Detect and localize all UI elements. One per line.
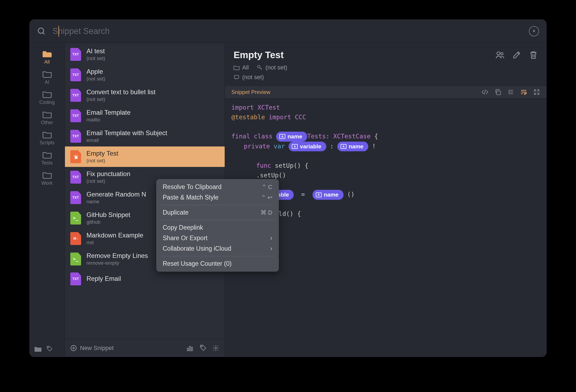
folder-icon: [234, 65, 240, 71]
sidebar-item-work[interactable]: Work: [29, 168, 65, 188]
svg-point-3: [48, 347, 49, 348]
type: CCC: [295, 114, 306, 121]
tag-icon[interactable]: [199, 345, 206, 352]
snippet-item-selected[interactable]: Empty Test(not set): [65, 146, 225, 167]
search-bar: [29, 19, 547, 43]
folder-icon: [43, 50, 52, 58]
svg-rect-8: [189, 346, 190, 351]
svg-point-0: [38, 28, 44, 33]
ctx-resolve-clipboard[interactable]: Resolve To Clipboard⌃ C: [156, 182, 279, 192]
snippet-item[interactable]: TXT Reply Email: [65, 269, 225, 289]
new-snippet-label: New Snippet: [80, 345, 114, 352]
detail-note-label: (not set): [242, 74, 264, 81]
snippet-item[interactable]: TXT Email Template with Subjectemail: [65, 126, 225, 146]
detail-keyword[interactable]: (not set): [257, 64, 287, 71]
detail-keyword-label: (not set): [265, 64, 287, 71]
chevron-right-icon: ›: [270, 234, 272, 242]
kw: private: [244, 143, 270, 150]
snippet-title: Convert text to bullet list: [86, 88, 155, 96]
file-txt-icon: TXT: [70, 109, 81, 122]
snippet-sub: remove-empty: [86, 260, 148, 266]
indent-icon[interactable]: [507, 89, 514, 96]
main-area: All AI Coding Other Scripts Tests: [29, 43, 547, 357]
edit-icon[interactable]: [512, 50, 521, 60]
ctx-separator: [161, 256, 275, 256]
snippet-sub: (not set): [86, 158, 118, 164]
sidebar-label: Work: [41, 180, 53, 186]
file-txt-icon: TXT: [70, 171, 81, 184]
ctx-separator: [161, 220, 275, 220]
svg-line-1: [43, 32, 44, 34]
tag-small-icon[interactable]: [46, 346, 53, 352]
snippet-sub: email: [86, 137, 167, 143]
file-md-icon: M↓: [70, 232, 81, 245]
snippet-sub: (not set): [86, 178, 130, 184]
plus-circle-icon: [70, 345, 77, 351]
kw: import: [269, 114, 291, 121]
snippet-sub: name: [86, 199, 146, 205]
ctx-share-export[interactable]: Share Or Export›: [156, 233, 279, 243]
kw: var: [274, 143, 285, 150]
snippet-sub: (not set): [86, 76, 105, 82]
sidebar-item-coding[interactable]: Coding: [29, 87, 65, 107]
ctx-separator: [161, 205, 275, 205]
placeholder-pill[interactable]: Aname: [313, 190, 343, 200]
chevron-right-icon: ›: [270, 245, 272, 252]
pin-icon: [532, 29, 536, 34]
trash-icon[interactable]: [529, 50, 538, 60]
ctx-paste-match[interactable]: Paste & Match Style⌃ ↩: [156, 192, 279, 203]
detail-folder[interactable]: All: [234, 64, 249, 71]
snippet-title: AI test: [86, 47, 105, 55]
stats-icon[interactable]: [186, 345, 193, 352]
snippet-title: Remove Empty Lines: [86, 252, 148, 260]
code-icon[interactable]: [481, 89, 488, 96]
ctx-reset-counter[interactable]: Reset Usage Counter (0): [156, 258, 279, 269]
expand-icon[interactable]: [533, 89, 540, 96]
snippet-item[interactable]: TXT Convert text to bullet list(not set): [65, 85, 225, 106]
snippet-title: Empty Test: [86, 150, 118, 157]
snippet-item[interactable]: TXT Email Templatemailto: [65, 106, 225, 126]
type: Tests:: [307, 133, 329, 140]
detail-header: Empty Test All (not set): [225, 43, 547, 86]
new-snippet-button[interactable]: New Snippet: [70, 345, 114, 352]
search-input[interactable]: [53, 26, 529, 36]
snippet-title: Email Template with Subject: [86, 129, 167, 137]
ctx-copy-deeplink[interactable]: Copy Deeplink: [156, 222, 279, 233]
snippet-item[interactable]: TXT AI test(not set): [65, 44, 225, 65]
placeholder-pill[interactable]: Aname: [276, 132, 307, 142]
snippet-title: Email Template: [86, 109, 131, 116]
op: =: [301, 191, 305, 198]
snippet-sub: (not set): [86, 96, 155, 102]
copy-icon[interactable]: [494, 89, 501, 96]
punct: :: [330, 143, 334, 150]
ctx-collaborate-icloud[interactable]: Collaborate Using iCloud›: [156, 243, 279, 254]
placeholder-pill[interactable]: Aname: [337, 142, 368, 152]
sidebar-item-scripts[interactable]: Scripts: [29, 128, 65, 148]
sidebar-item-all[interactable]: All: [29, 47, 65, 67]
sidebar-item-ai[interactable]: AI: [29, 67, 65, 87]
ctx-duplicate[interactable]: Duplicate⌘ D: [156, 207, 279, 218]
snippet-title: Generate Random N: [86, 191, 146, 198]
file-sh-icon: >_: [70, 212, 81, 225]
people-icon[interactable]: [495, 50, 505, 60]
pin-button[interactable]: [529, 26, 539, 36]
snippet-title: Markdown Example: [86, 232, 143, 239]
svg-point-10: [201, 346, 202, 346]
snippet-item[interactable]: TXT Apple(not set): [65, 65, 225, 85]
placeholder-pill[interactable]: Avariable: [289, 142, 326, 152]
svg-point-12: [497, 52, 500, 55]
svg-rect-9: [191, 347, 192, 351]
sidebar-item-other[interactable]: Other: [29, 107, 65, 128]
type: XCTestCase: [333, 133, 370, 140]
svg-rect-7: [187, 348, 188, 351]
sidebar-item-tests[interactable]: Tests: [29, 148, 65, 168]
gear-icon[interactable]: [212, 345, 219, 352]
wrap-icon[interactable]: [520, 89, 527, 96]
sidebar-label: AI: [45, 79, 49, 85]
detail-note[interactable]: (not set): [234, 74, 264, 81]
folder-small-icon[interactable]: [34, 346, 42, 352]
file-sh-icon: >_: [70, 253, 81, 265]
snippet-sub: (not set): [86, 55, 105, 61]
sidebar-label: Tests: [41, 160, 53, 166]
snippet-sub: mailto: [86, 117, 131, 123]
